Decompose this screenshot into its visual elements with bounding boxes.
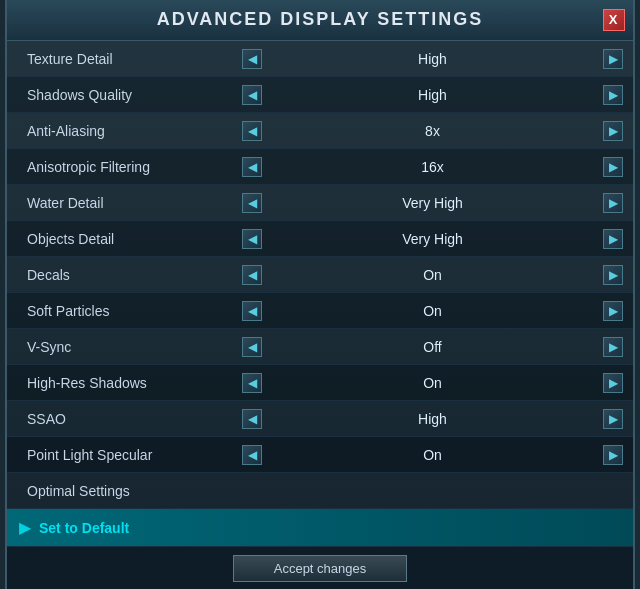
right-arrow-icon-5: ▶ <box>603 229 623 249</box>
right-arrow-icon-0: ▶ <box>603 49 623 69</box>
left-arrow-icon-2: ◀ <box>242 121 262 141</box>
left-arrow-icon-7: ◀ <box>242 301 262 321</box>
setting-name-3: Anisotropic Filtering <box>7 159 237 175</box>
setting-name-10: SSAO <box>7 411 237 427</box>
table-row: Soft Particles ◀ On ▶ <box>7 293 633 329</box>
setting-value-5: Very High <box>267 231 598 247</box>
setting-name-9: High-Res Shadows <box>7 375 237 391</box>
right-arrow-icon-7: ▶ <box>603 301 623 321</box>
arrow-left-11[interactable]: ◀ <box>237 445 267 465</box>
arrow-left-5[interactable]: ◀ <box>237 229 267 249</box>
left-arrow-icon-0: ◀ <box>242 49 262 69</box>
table-row: Anisotropic Filtering ◀ 16x ▶ <box>7 149 633 185</box>
arrow-right-9[interactable]: ▶ <box>598 373 628 393</box>
arrow-left-9[interactable]: ◀ <box>237 373 267 393</box>
right-arrow-icon-4: ▶ <box>603 193 623 213</box>
arrow-right-10[interactable]: ▶ <box>598 409 628 429</box>
left-arrow-icon-11: ◀ <box>242 445 262 465</box>
setting-name-11: Point Light Specular <box>7 447 237 463</box>
setting-name-0: Texture Detail <box>7 51 237 67</box>
set-to-default-button[interactable]: ▶ Set to Default <box>7 509 633 547</box>
table-row: Shadows Quality ◀ High ▶ <box>7 77 633 113</box>
setting-name-4: Water Detail <box>7 195 237 211</box>
table-row: SSAO ◀ High ▶ <box>7 401 633 437</box>
arrow-left-7[interactable]: ◀ <box>237 301 267 321</box>
right-arrow-icon-8: ▶ <box>603 337 623 357</box>
accept-changes-button[interactable]: Accept changes <box>233 555 408 582</box>
right-arrow-icon-10: ▶ <box>603 409 623 429</box>
arrow-left-6[interactable]: ◀ <box>237 265 267 285</box>
arrow-left-4[interactable]: ◀ <box>237 193 267 213</box>
arrow-left-2[interactable]: ◀ <box>237 121 267 141</box>
left-arrow-icon-5: ◀ <box>242 229 262 249</box>
arrow-left-8[interactable]: ◀ <box>237 337 267 357</box>
table-row: High-Res Shadows ◀ On ▶ <box>7 365 633 401</box>
setting-value-1: High <box>267 87 598 103</box>
setting-name-1: Shadows Quality <box>7 87 237 103</box>
setting-value-11: On <box>267 447 598 463</box>
settings-table: Texture Detail ◀ High ▶ Shadows Quality … <box>7 41 633 473</box>
setting-name-8: V-Sync <box>7 339 237 355</box>
setting-value-4: Very High <box>267 195 598 211</box>
left-arrow-icon-4: ◀ <box>242 193 262 213</box>
right-arrow-icon-2: ▶ <box>603 121 623 141</box>
arrow-right-7[interactable]: ▶ <box>598 301 628 321</box>
setting-value-2: 8x <box>267 123 598 139</box>
arrow-right-11[interactable]: ▶ <box>598 445 628 465</box>
title-bar: ADVANCED DISPLAY SETTINGS X <box>7 0 633 41</box>
optimal-settings-label: Optimal Settings <box>7 483 130 499</box>
arrow-left-3[interactable]: ◀ <box>237 157 267 177</box>
right-arrow-icon-6: ▶ <box>603 265 623 285</box>
arrow-right-6[interactable]: ▶ <box>598 265 628 285</box>
left-arrow-icon-6: ◀ <box>242 265 262 285</box>
table-row: V-Sync ◀ Off ▶ <box>7 329 633 365</box>
right-arrow-icon-1: ▶ <box>603 85 623 105</box>
setting-name-7: Soft Particles <box>7 303 237 319</box>
table-row: Water Detail ◀ Very High ▶ <box>7 185 633 221</box>
arrow-right-5[interactable]: ▶ <box>598 229 628 249</box>
left-arrow-icon-8: ◀ <box>242 337 262 357</box>
arrow-left-10[interactable]: ◀ <box>237 409 267 429</box>
setting-value-3: 16x <box>267 159 598 175</box>
left-arrow-icon-9: ◀ <box>242 373 262 393</box>
setting-name-6: Decals <box>7 267 237 283</box>
arrow-left-1[interactable]: ◀ <box>237 85 267 105</box>
setting-value-0: High <box>267 51 598 67</box>
table-row: Texture Detail ◀ High ▶ <box>7 41 633 77</box>
arrow-right-2[interactable]: ▶ <box>598 121 628 141</box>
setting-value-6: On <box>267 267 598 283</box>
close-button[interactable]: X <box>603 9 625 31</box>
table-row: Objects Detail ◀ Very High ▶ <box>7 221 633 257</box>
setting-value-7: On <box>267 303 598 319</box>
dialog-title: ADVANCED DISPLAY SETTINGS <box>157 9 484 29</box>
advanced-display-settings-dialog: ADVANCED DISPLAY SETTINGS X Texture Deta… <box>5 0 635 589</box>
set-default-arrow-icon: ▶ <box>19 518 31 537</box>
setting-name-5: Objects Detail <box>7 231 237 247</box>
right-arrow-icon-3: ▶ <box>603 157 623 177</box>
setting-name-2: Anti-Aliasing <box>7 123 237 139</box>
arrow-left-0[interactable]: ◀ <box>237 49 267 69</box>
arrow-right-3[interactable]: ▶ <box>598 157 628 177</box>
left-arrow-icon-1: ◀ <box>242 85 262 105</box>
arrow-right-8[interactable]: ▶ <box>598 337 628 357</box>
arrow-right-1[interactable]: ▶ <box>598 85 628 105</box>
setting-value-9: On <box>267 375 598 391</box>
set-default-label: Set to Default <box>39 520 129 536</box>
setting-value-8: Off <box>267 339 598 355</box>
right-arrow-icon-9: ▶ <box>603 373 623 393</box>
left-arrow-icon-3: ◀ <box>242 157 262 177</box>
right-arrow-icon-11: ▶ <box>603 445 623 465</box>
setting-value-10: High <box>267 411 598 427</box>
table-row: Point Light Specular ◀ On ▶ <box>7 437 633 473</box>
accept-row: Accept changes <box>7 547 633 589</box>
optimal-settings-row: Optimal Settings <box>7 473 633 509</box>
arrow-right-4[interactable]: ▶ <box>598 193 628 213</box>
arrow-right-0[interactable]: ▶ <box>598 49 628 69</box>
left-arrow-icon-10: ◀ <box>242 409 262 429</box>
table-row: Decals ◀ On ▶ <box>7 257 633 293</box>
table-row: Anti-Aliasing ◀ 8x ▶ <box>7 113 633 149</box>
